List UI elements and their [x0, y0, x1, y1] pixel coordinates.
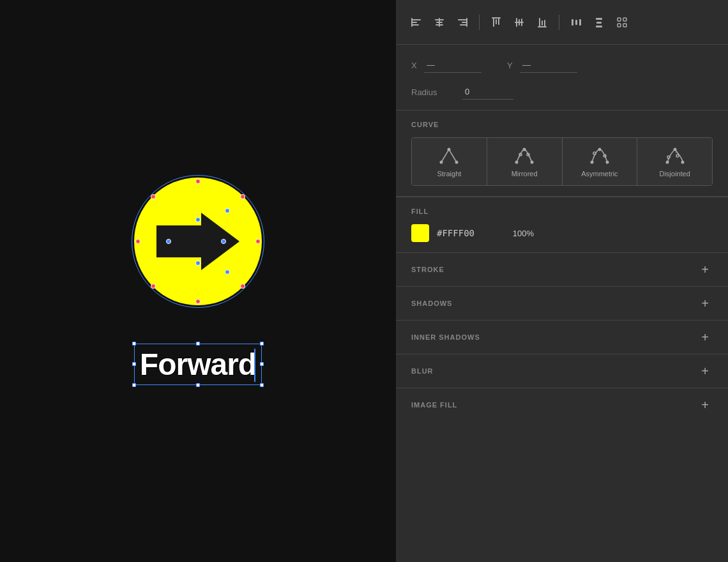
toolbar-divider-2: [559, 15, 559, 30]
align-right-btn[interactable]: [452, 12, 473, 33]
svg-point-35: [440, 161, 443, 164]
fill-color-swatch[interactable]: [411, 224, 429, 242]
svg-rect-20: [515, 22, 524, 23]
text-handle-bl[interactable]: [132, 383, 136, 387]
path-handle-6[interactable]: [225, 270, 230, 275]
shadows-header[interactable]: SHADOWS +: [411, 287, 713, 320]
curve-asymmetric-icon: [589, 146, 610, 166]
svg-rect-13: [493, 18, 494, 27]
distribute-h-btn[interactable]: [566, 12, 586, 33]
curve-label: CURVE: [411, 121, 713, 128]
y-input[interactable]: [520, 57, 577, 73]
path-handle-2[interactable]: [166, 239, 171, 244]
image-fill-header[interactable]: IMAGE FILL +: [411, 388, 713, 422]
svg-rect-11: [460, 24, 467, 26]
svg-point-50: [593, 152, 596, 155]
path-handle-1[interactable]: [195, 217, 201, 222]
fill-row: [411, 224, 713, 242]
svg-rect-25: [572, 19, 573, 26]
svg-point-37: [455, 161, 459, 164]
text-cursor: [254, 349, 255, 382]
inner-shadows-header[interactable]: INNER SHADOWS +: [411, 321, 713, 354]
svg-rect-29: [596, 22, 602, 24]
x-input[interactable]: [424, 57, 482, 73]
forward-text-box[interactable]: Forward: [134, 344, 262, 385]
forward-text-wrapper[interactable]: Forward: [134, 344, 262, 385]
curve-disjointed-icon: [665, 146, 685, 166]
blur-label: BLUR: [411, 367, 434, 375]
text-handle-mr[interactable]: [260, 362, 264, 366]
svg-rect-2: [412, 22, 417, 23]
svg-point-56: [681, 161, 684, 164]
align-middle-btn[interactable]: [509, 12, 529, 33]
svg-rect-26: [575, 20, 577, 25]
y-label: Y: [507, 61, 520, 70]
text-handle-tr[interactable]: [260, 342, 264, 346]
svg-rect-31: [618, 18, 621, 21]
handle-left[interactable]: [135, 239, 140, 244]
curve-asymmetric[interactable]: Asymmetric: [563, 138, 638, 185]
align-center-h-btn[interactable]: [429, 12, 450, 33]
svg-rect-34: [623, 24, 626, 27]
handle-tr[interactable]: [240, 194, 245, 199]
svg-point-40: [515, 161, 519, 164]
inner-shadows-add-btn[interactable]: +: [697, 330, 713, 345]
stroke-header[interactable]: STROKE +: [411, 253, 713, 286]
svg-rect-28: [596, 18, 602, 20]
grid-btn[interactable]: [612, 12, 632, 33]
svg-rect-32: [623, 18, 626, 21]
distribute-v-btn[interactable]: [589, 12, 609, 33]
align-left-btn[interactable]: [406, 12, 427, 33]
canvas: Forward: [0, 0, 396, 562]
image-fill-add-btn[interactable]: +: [697, 397, 713, 413]
handle-right[interactable]: [255, 239, 261, 244]
align-bottom-btn[interactable]: [532, 12, 552, 33]
blur-add-btn[interactable]: +: [697, 363, 713, 379]
handle-bottom[interactable]: [195, 299, 201, 304]
svg-rect-14: [496, 19, 497, 24]
svg-rect-8: [439, 18, 440, 27]
radius-input[interactable]: [462, 84, 513, 100]
shadows-section: SHADOWS +: [396, 286, 728, 320]
curve-disjointed[interactable]: Disjointed: [637, 138, 712, 185]
stroke-add-btn[interactable]: +: [697, 262, 713, 277]
arrow-shape-container[interactable]: [134, 178, 262, 305]
svg-rect-3: [412, 24, 419, 26]
fill-opacity-input[interactable]: [502, 229, 534, 238]
toolbar-divider-1: [479, 15, 480, 30]
svg-rect-15: [498, 18, 499, 25]
align-top-btn[interactable]: [486, 12, 506, 33]
curve-straight[interactable]: Straight: [412, 138, 487, 185]
text-handle-ml[interactable]: [132, 362, 136, 366]
blur-header[interactable]: BLUR +: [411, 354, 713, 388]
handle-top[interactable]: [195, 179, 201, 184]
svg-rect-33: [618, 24, 621, 27]
inner-shadows-section: INNER SHADOWS +: [396, 320, 728, 354]
panel-content: X Y Radius CURVE: [396, 45, 728, 562]
right-panel: X Y Radius CURVE: [396, 0, 728, 562]
svg-rect-9: [458, 19, 467, 20]
svg-rect-21: [539, 18, 540, 27]
fill-hex-input[interactable]: [437, 228, 494, 238]
svg-point-54: [665, 161, 669, 164]
text-handle-tl[interactable]: [132, 342, 136, 346]
xy-row: X Y: [396, 45, 728, 79]
path-handle-5[interactable]: [225, 208, 230, 213]
handle-br[interactable]: [240, 284, 245, 289]
radius-label: Radius: [411, 87, 462, 97]
svg-rect-4: [411, 18, 413, 27]
path-handle-3[interactable]: [221, 239, 226, 244]
svg-rect-30: [596, 26, 602, 27]
handle-bl[interactable]: [151, 284, 156, 289]
shadows-add-btn[interactable]: +: [697, 296, 713, 311]
fill-section: FILL: [396, 197, 728, 252]
svg-rect-24: [538, 26, 547, 27]
radius-row: Radius: [396, 79, 728, 110]
svg-point-49: [605, 161, 609, 164]
text-handle-tm[interactable]: [196, 342, 200, 346]
text-handle-br[interactable]: [260, 383, 264, 387]
text-handle-bm[interactable]: [196, 383, 200, 387]
path-handle-4[interactable]: [195, 261, 201, 266]
curve-mirrored[interactable]: Mirrored: [487, 138, 563, 185]
handle-tl[interactable]: [151, 194, 156, 199]
